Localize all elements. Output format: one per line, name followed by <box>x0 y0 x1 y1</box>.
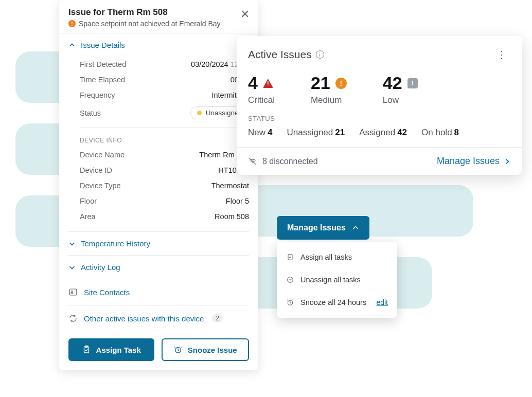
detail-row: Area Room 508 <box>80 209 249 224</box>
area-label: Area <box>80 212 96 221</box>
contact-card-icon <box>68 287 78 297</box>
active-issues-header: Active Issues i ⋮ <box>237 36 522 68</box>
more-menu-button[interactable]: ⋮ <box>492 46 511 63</box>
metric-low[interactable]: 42 ! Low <box>383 73 418 105</box>
active-issues-card: Active Issues i ⋮ 4 Critical 21 ! Medium… <box>237 36 522 175</box>
menu-item-label: Snooze all 24 hours <box>300 298 366 306</box>
wifi-off-icon <box>248 157 257 166</box>
frequency-label: Frequency <box>80 91 115 99</box>
disconnected-text: 8 disconnected <box>262 157 318 166</box>
detail-row: Device ID HT10025 <box>80 163 249 178</box>
time-elapsed-label: Time Elapsed <box>80 76 125 84</box>
status-assigned[interactable]: Assigned42 <box>359 128 407 138</box>
other-issues-label: Other active issues with this device <box>84 314 204 323</box>
menu-item-label: Unassign all tasks <box>300 276 361 284</box>
detail-row: Floor Floor 5 <box>80 193 249 209</box>
temperature-history-toggle[interactable]: Temperature History <box>68 232 249 255</box>
detail-row: Device Type Thermostat <box>80 178 249 193</box>
first-detected-label: First Detected <box>80 60 126 68</box>
alarm-icon <box>173 345 183 354</box>
status-dot-icon <box>197 111 202 115</box>
section-label: Activity Log <box>81 263 120 272</box>
section-label: Issue Details <box>81 41 125 49</box>
area-value: Room 508 <box>215 212 249 221</box>
chevron-down-icon <box>68 264 76 271</box>
floor-label: Floor <box>80 197 97 205</box>
low-count: 42 <box>383 73 402 93</box>
active-issues-title: Active Issues <box>248 48 312 61</box>
critical-count: 4 <box>248 73 258 93</box>
medium-count: 21 <box>311 73 330 93</box>
critical-label: Critical <box>248 95 275 105</box>
svg-point-1 <box>71 291 73 293</box>
close-icon: ✕ <box>240 8 250 21</box>
assign-task-button[interactable]: Assign Task <box>68 338 154 361</box>
menu-unassign-all[interactable]: Unassign all tasks <box>277 268 397 291</box>
status-label: Status <box>80 109 101 117</box>
issue-details-toggle[interactable]: Issue Details <box>68 33 249 57</box>
chevron-up-icon <box>68 42 76 49</box>
clipboard-icon <box>82 345 91 354</box>
medium-icon: ! <box>335 78 347 89</box>
detail-row: Time Elapsed 00:28 <box>80 72 249 87</box>
menu-item-label: Assign all tasks <box>300 253 352 261</box>
activity-log-toggle[interactable]: Activity Log <box>68 256 249 279</box>
floor-value: Floor 5 <box>226 197 249 205</box>
metric-critical[interactable]: 4 Critical <box>248 73 275 105</box>
active-issues-footer: 8 disconnected Manage Issues <box>237 148 522 175</box>
detail-row: First Detected 03/20/2024 12:02 <box>80 57 249 72</box>
kebab-icon: ⋮ <box>496 49 507 60</box>
issue-title: Issue for Therm Rm 508 <box>68 7 249 17</box>
detail-row: Status Unassigned <box>80 103 249 123</box>
chevron-right-icon <box>504 158 511 165</box>
close-button[interactable]: ✕ <box>238 7 252 22</box>
issue-subtitle: Space setpoint not achieved at Emerald B… <box>79 20 221 28</box>
info-icon[interactable]: i <box>316 50 324 59</box>
menu-snooze-all[interactable]: Snooze all 24 hours edit <box>277 291 397 314</box>
detail-row: Frequency Intermittent <box>80 87 249 103</box>
issue-header: Issue for Therm Rm 508 ! Space setpoint … <box>59 0 258 33</box>
status-row: New4 Unassigned21 Assigned42 On hold8 <box>248 128 511 138</box>
snooze-issue-button[interactable]: Snooze Issue <box>162 338 250 361</box>
manage-issues-button[interactable]: Manage Issues <box>277 216 369 240</box>
status-unassigned[interactable]: Unassigned21 <box>287 128 345 138</box>
manage-issues-link[interactable]: Manage Issues <box>437 156 511 167</box>
edit-link[interactable]: edit <box>376 298 388 306</box>
detail-row: Device Name Therm Rm 508 <box>80 147 249 163</box>
alarm-icon <box>286 298 294 306</box>
clipboard-check-icon <box>286 253 294 261</box>
other-issues-link[interactable]: Other active issues with this device 2 <box>68 305 249 331</box>
metric-medium[interactable]: 21 ! Medium <box>311 73 347 105</box>
status-block: STATUS New4 Unassigned21 Assigned42 On h… <box>237 115 522 147</box>
site-contacts-label: Site Contacts <box>84 288 130 297</box>
other-issues-count: 2 <box>212 314 223 322</box>
chevron-up-icon <box>352 224 359 231</box>
device-info-header: DEVICE INFO <box>80 127 249 147</box>
manage-issues-button-label: Manage Issues <box>287 223 346 232</box>
svg-rect-0 <box>69 289 77 295</box>
issue-subtitle-row: ! Space setpoint not achieved at Emerald… <box>68 20 249 28</box>
status-onhold[interactable]: On hold8 <box>421 128 459 138</box>
issue-panel-footer: Assign Task Snooze Issue <box>59 331 258 370</box>
issue-detail-panel: Issue for Therm Rm 508 ! Space setpoint … <box>59 0 258 370</box>
section-label: Temperature History <box>81 239 150 248</box>
menu-assign-all[interactable]: Assign all tasks <box>277 246 397 268</box>
assign-task-label: Assign Task <box>96 346 141 354</box>
snooze-issue-label: Snooze Issue <box>188 346 237 354</box>
refresh-icon <box>68 314 78 323</box>
critical-icon <box>263 79 273 88</box>
status-new[interactable]: New4 <box>248 128 272 138</box>
low-label: Low <box>383 95 418 105</box>
disconnected-indicator[interactable]: 8 disconnected <box>248 157 318 166</box>
issue-details-block: First Detected 03/20/2024 12:02 Time Ela… <box>68 57 249 231</box>
chevron-down-icon <box>68 240 76 247</box>
medium-label: Medium <box>311 95 347 105</box>
low-icon: ! <box>407 78 418 88</box>
device-type-value: Thermostat <box>211 182 249 190</box>
site-contacts-link[interactable]: Site Contacts <box>68 279 249 305</box>
circle-minus-icon <box>286 276 294 284</box>
manage-issues-label: Manage Issues <box>437 156 500 167</box>
manage-issues-menu: Assign all tasks Unassign all tasks Snoo… <box>277 242 397 318</box>
metrics-row: 4 Critical 21 ! Medium 42 ! Low <box>237 68 522 115</box>
device-type-label: Device Type <box>80 182 121 190</box>
